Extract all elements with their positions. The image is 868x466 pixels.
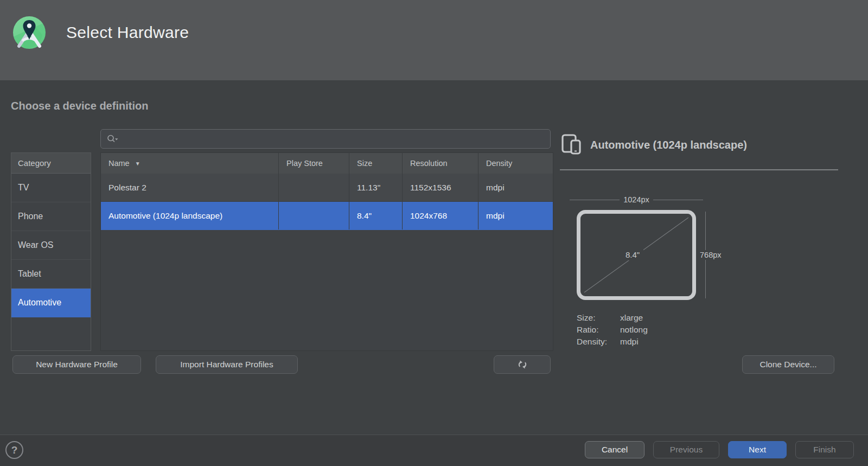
spec-value-size: xlarge (620, 312, 648, 323)
table-empty-area (101, 230, 553, 350)
cell-resolution: 1024x768 (403, 202, 478, 229)
cell-name: Automotive (1024p landscape) (101, 202, 279, 229)
cell-density: mdpi (478, 202, 553, 229)
diagram-width-dimension: 1024px (570, 195, 703, 204)
device-definition-table: Name ▼ Play Store Size Resolution Densit… (100, 152, 553, 351)
refresh-icon (517, 359, 528, 370)
previous-button[interactable]: Previous (653, 441, 719, 458)
spec-label-size: Size: (577, 312, 620, 323)
cell-size: 8.4" (349, 202, 403, 229)
detail-device-title: Automotive (1024p landscape) (590, 139, 747, 151)
spec-label-density: Density: (577, 336, 620, 347)
column-header-name[interactable]: Name ▼ (101, 153, 279, 174)
dimension-line (570, 200, 620, 200)
table-header-row: Name ▼ Play Store Size Resolution Densit… (101, 153, 553, 174)
category-item-tablet[interactable]: Tablet (11, 260, 91, 289)
category-item-tv[interactable]: TV (11, 174, 91, 202)
import-hardware-profiles-button[interactable]: Import Hardware Profiles (156, 355, 298, 374)
column-header-play-store[interactable]: Play Store (279, 153, 349, 174)
help-icon[interactable]: ? (5, 441, 23, 459)
height-label: 768px (698, 250, 723, 260)
wizard-footer-bar: ? Cancel Previous Next Finish (0, 435, 868, 466)
column-header-resolution[interactable]: Resolution (403, 153, 478, 174)
devices-icon (561, 133, 584, 155)
diagonal-size-label: 8.4" (622, 249, 643, 260)
category-item-automotive[interactable]: Automotive (11, 289, 91, 317)
dialog-titlebar: Select Hardware (0, 0, 868, 80)
cell-name: Polestar 2 (101, 174, 279, 201)
window-title: Select Hardware (66, 23, 189, 42)
cell-size: 11.13" (349, 174, 403, 201)
device-spec-list: Size: xlarge Ratio: notlong Density: mdp… (577, 312, 648, 347)
table-row-automotive-1024p-landscape[interactable]: Automotive (1024p landscape) 8.4" 1024x7… (101, 202, 553, 230)
refresh-button[interactable] (494, 355, 551, 374)
cell-resolution: 1152x1536 (403, 174, 478, 201)
device-search-field[interactable] (100, 129, 551, 149)
search-input[interactable] (119, 134, 550, 144)
spec-label-ratio: Ratio: (577, 324, 620, 335)
cancel-button[interactable]: Cancel (585, 441, 644, 458)
new-hardware-profile-button[interactable]: New Hardware Profile (12, 355, 141, 374)
clone-device-button[interactable]: Clone Device... (742, 355, 834, 374)
select-hardware-dialog: Select Hardware Choose a device definiti… (0, 0, 868, 466)
search-icon (106, 134, 119, 144)
width-label: 1024px (620, 195, 653, 204)
cell-play-store (279, 202, 349, 229)
table-row-polestar-2[interactable]: Polestar 2 11.13" 1152x1536 mdpi (101, 174, 553, 202)
spec-value-density: mdpi (620, 336, 648, 347)
android-studio-logo-icon (11, 14, 48, 51)
detail-divider (560, 169, 838, 170)
spec-value-ratio: notlong (620, 324, 648, 335)
column-header-size[interactable]: Size (349, 153, 403, 174)
category-item-wear-os[interactable]: Wear OS (11, 231, 91, 260)
category-item-phone[interactable]: Phone (11, 202, 91, 231)
finish-button[interactable]: Finish (795, 441, 854, 458)
category-panel: Category TV Phone Wear OS Tablet Automot… (11, 152, 91, 351)
category-column-header: Category (11, 153, 91, 174)
dimension-line (653, 200, 703, 200)
column-header-density[interactable]: Density (478, 153, 553, 174)
cell-density: mdpi (478, 174, 553, 201)
cell-play-store (279, 174, 349, 201)
next-button[interactable]: Next (728, 441, 787, 458)
sort-descending-icon: ▼ (135, 161, 141, 167)
section-title: Choose a device definition (11, 100, 148, 112)
